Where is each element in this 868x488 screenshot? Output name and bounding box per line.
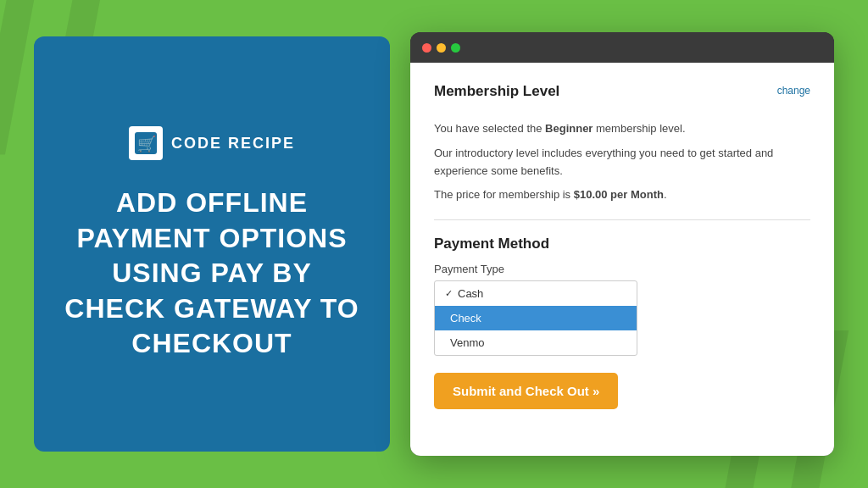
change-link[interactable]: change [777,85,810,97]
svg-text:🛒: 🛒 [137,135,157,153]
payment-dropdown[interactable]: ✓ Cash Check Venmo [434,280,637,356]
cash-checkmark: ✓ [445,288,453,299]
main-heading: ADD OFFLINE PAYMENT OPTIONS USING PAY BY… [59,186,364,362]
venmo-label: Venmo [450,336,484,349]
membership-section-title: Membership Level [434,83,559,100]
cash-label: Cash [458,287,483,300]
browser-maximize-dot [451,43,460,53]
membership-header: Membership Level change [434,83,810,110]
membership-line2: Our introductory level includes everythi… [434,145,810,180]
background: // // 🛒 CODE RECIPE ADD OFFLINE PAYMENT … [0,0,868,488]
browser-bar [410,32,834,63]
dropdown-item-check[interactable]: Check [435,306,637,330]
logo-text: CODE RECIPE [171,135,295,152]
dropdown-item-cash[interactable]: ✓ Cash [435,281,637,306]
membership-price-bold: $10.00 per Month [574,188,664,201]
left-panel: 🛒 CODE RECIPE ADD OFFLINE PAYMENT OPTION… [34,36,390,452]
browser-minimize-dot [437,43,446,53]
membership-line1: You have selected the Beginner membershi… [434,120,810,138]
browser-window: Membership Level change You have selecte… [410,32,834,456]
section-divider [434,219,810,220]
dropdown-item-venmo[interactable]: Venmo [435,330,637,355]
dropdown-list[interactable]: ✓ Cash Check Venmo [434,280,637,356]
membership-line3: The price for membership is $10.00 per M… [434,186,810,204]
payment-section-title: Payment Method [434,236,810,252]
payment-type-label: Payment Type [434,263,810,275]
submit-checkout-button[interactable]: Submit and Check Out » [434,373,618,409]
logo-area: 🛒 CODE RECIPE [129,126,295,160]
browser-close-dot [422,43,431,53]
check-label: Check [450,312,481,324]
logo-icon: 🛒 [129,126,163,160]
browser-content: Membership Level change You have selecte… [410,63,834,456]
membership-level-bold: Beginner [545,122,593,135]
